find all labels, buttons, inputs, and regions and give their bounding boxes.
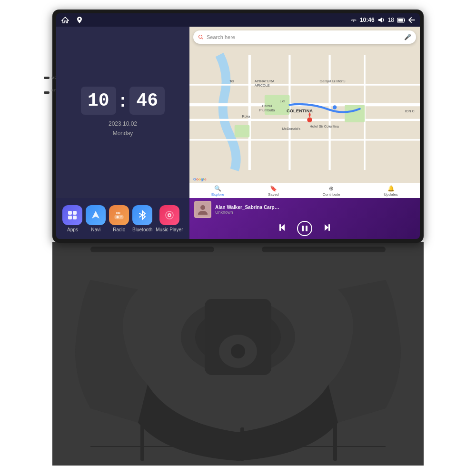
map-updates-tab[interactable]: 🔔 Updates [384, 185, 398, 197]
svg-text:Roka: Roka [242, 114, 250, 119]
apps-row: Apps Navi FM [56, 198, 189, 239]
map-contribute-tab[interactable]: ⊕ Contribute [322, 185, 340, 197]
bluetooth-icon [132, 205, 152, 225]
car-unit: MIC RST [43, 10, 433, 466]
svg-rect-33 [73, 216, 77, 219]
back-icon[interactable] [408, 17, 415, 23]
svg-text:APICOLE: APICOLE [255, 83, 270, 88]
map-svg: COLENTINA Parcul Plumbuita APINATURA API… [189, 27, 420, 198]
svg-text:Tei: Tei [229, 79, 234, 83]
svg-rect-50 [328, 224, 330, 231]
app-item-navi[interactable]: Navi [86, 205, 106, 232]
svg-marker-34 [92, 211, 99, 218]
svg-point-58 [231, 344, 245, 358]
status-time: 10:46 [360, 17, 375, 23]
map-mic-icon[interactable]: 🎤 [404, 34, 411, 40]
svg-rect-47 [302, 226, 304, 231]
svg-rect-52 [90, 247, 214, 252]
navi-label: Navi [91, 227, 100, 232]
google-logo: Google [193, 177, 207, 181]
rst-button[interactable] [44, 91, 50, 94]
music-thumbnail [194, 201, 211, 218]
music-player-widget: Alan Walker_Sabrina Carpenter_F... Unkno… [189, 198, 420, 239]
next-button[interactable] [322, 223, 331, 235]
svg-text:Lidl: Lidl [279, 99, 285, 103]
svg-rect-31 [73, 211, 77, 215]
clock-minute: 46 [129, 87, 165, 115]
screen: 10:46 18 [56, 13, 420, 239]
status-right: 10:46 18 [350, 17, 415, 23]
status-bar: 10:46 18 [56, 13, 420, 27]
svg-text:McDonald's: McDonald's [282, 127, 301, 131]
map-pin-nav-icon[interactable] [75, 16, 84, 24]
music-icon [159, 205, 179, 225]
apps-label: Apps [67, 227, 78, 232]
svg-text:APINATURA: APINATURA [255, 79, 275, 83]
svg-rect-46 [279, 224, 281, 231]
svg-text:Garajul lui Mortu: Garajul lui Mortu [320, 79, 346, 83]
svg-rect-60 [240, 427, 244, 461]
volume-level: 18 [388, 17, 394, 23]
map-bottom-bar: 🔍 Explore 🔖 Saved ⊕ Contribute 🔔 [189, 183, 420, 198]
prev-button[interactable] [278, 223, 288, 235]
battery-icon [397, 18, 406, 23]
radio-icon: FM [109, 205, 129, 225]
nav-icons-left [61, 16, 84, 24]
svg-text:ION C: ION C [405, 109, 415, 113]
radio-label: Radio [113, 227, 125, 232]
music-title: Alan Walker_Sabrina Carpenter_F... [215, 205, 282, 210]
bluetooth-label: Bluetooth [132, 227, 152, 232]
map-widget[interactable]: COLENTINA Parcul Plumbuita APINATURA API… [189, 27, 420, 198]
app-item-music[interactable]: Music Player [156, 205, 183, 232]
music-player-label: Music Player [156, 227, 183, 232]
svg-rect-36 [115, 215, 123, 219]
map-search-placeholder: Search here [207, 34, 235, 40]
map-saved-tab[interactable]: 🔖 Saved [268, 185, 279, 197]
clock-display: 10 : 46 [81, 87, 165, 115]
music-controls [194, 221, 415, 236]
wifi-icon [350, 17, 357, 23]
map-explore-tab[interactable]: 🔍 Explore [211, 185, 224, 197]
mount-svg [52, 242, 424, 466]
main-content: 10 : 46 2023.10.02 Monday [56, 27, 420, 239]
svg-rect-2 [404, 19, 405, 21]
svg-point-42 [169, 214, 170, 216]
svg-marker-0 [62, 17, 69, 23]
svg-text:Plumbuita: Plumbuita [259, 108, 276, 112]
volume-icon [377, 17, 385, 23]
clock-colon: : [120, 90, 126, 111]
home-nav-icon[interactable] [61, 16, 69, 24]
mic-button[interactable] [44, 77, 50, 79]
music-info: Alan Walker_Sabrina Carpenter_F... Unkno… [194, 201, 415, 218]
svg-point-29 [333, 105, 337, 109]
svg-marker-49 [325, 224, 328, 231]
map-search-icon [198, 34, 204, 40]
side-buttons: MIC RST [44, 76, 57, 94]
svg-text:COLENTINA: COLENTINA [287, 108, 313, 113]
svg-marker-45 [281, 224, 285, 231]
navi-icon [86, 205, 106, 225]
map-search-bar[interactable]: Search here 🎤 [193, 30, 416, 44]
app-item-radio[interactable]: FM Radio [109, 205, 129, 232]
svg-rect-30 [68, 211, 72, 215]
svg-rect-32 [68, 216, 72, 219]
app-item-apps[interactable]: Apps [62, 205, 82, 232]
svg-text:Hotel Sir Colentina: Hotel Sir Colentina [310, 124, 339, 129]
music-details: Alan Walker_Sabrina Carpenter_F... Unkno… [215, 205, 415, 215]
svg-point-37 [117, 216, 119, 218]
svg-rect-14 [345, 105, 365, 122]
svg-rect-48 [306, 226, 307, 231]
svg-rect-3 [398, 19, 403, 21]
screen-bezel: MIC RST [52, 10, 424, 243]
svg-point-28 [307, 118, 312, 123]
play-pause-button[interactable] [297, 221, 312, 236]
svg-rect-15 [235, 125, 250, 137]
clock-hour: 10 [81, 87, 116, 115]
car-mount [52, 242, 424, 466]
svg-rect-61 [333, 423, 337, 461]
apps-icon [62, 205, 82, 225]
app-item-bluetooth[interactable]: Bluetooth [132, 205, 152, 232]
svg-text:FM: FM [116, 212, 120, 215]
svg-rect-59 [140, 423, 144, 461]
svg-point-44 [200, 205, 205, 210]
